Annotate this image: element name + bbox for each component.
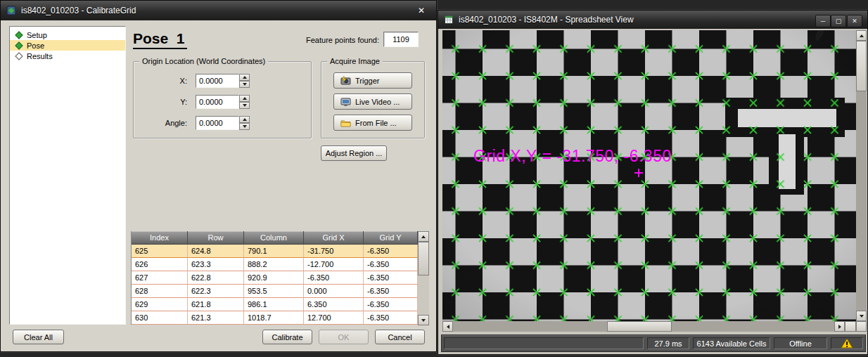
- spin-up-button[interactable]: [239, 95, 250, 102]
- angle-label: Angle:: [136, 119, 187, 127]
- table-row[interactable]: 626 623.3 888.2 -12.700 -6.350: [132, 258, 418, 271]
- column-header: Column: [244, 231, 304, 245]
- y-input[interactable]: [196, 95, 239, 109]
- from-file-button-label: From File ...: [355, 119, 397, 127]
- x-input[interactable]: [196, 74, 239, 88]
- scrollbar-thumb[interactable]: [856, 41, 867, 91]
- available-cells-segment: 6143 Available Cells: [693, 337, 770, 349]
- pose-heading: Pose 1: [133, 30, 187, 49]
- calibrate-button[interactable]: Calibrate: [262, 330, 312, 344]
- acquire-image-group-title: Acquire Image: [327, 57, 383, 66]
- scroll-up-icon[interactable]: [418, 231, 429, 242]
- cell-index: 628: [132, 285, 188, 298]
- cell-row: 622.3: [188, 285, 244, 298]
- status-bar: 27.9 ms 6143 Available Cells Offline: [441, 335, 866, 352]
- scrollbar-thumb[interactable]: [418, 242, 429, 275]
- grid-points-table: Index Row Column Grid X Grid Y 625 624.8…: [131, 231, 418, 325]
- minimize-icon[interactable]: ─: [815, 15, 831, 27]
- clear-all-button[interactable]: Clear All: [13, 330, 64, 344]
- sidebar-item-label: Setup: [27, 31, 47, 39]
- diamond-icon: [15, 41, 23, 49]
- scroll-down-icon[interactable]: [418, 315, 429, 325]
- cell-index: 627: [132, 271, 188, 285]
- sidebar-item-results[interactable]: Results: [10, 51, 125, 61]
- cell-gridx: -31.750: [304, 245, 364, 258]
- cell-row: 624.8: [188, 245, 244, 258]
- resize-grip[interactable]: [856, 321, 867, 332]
- cell-gridy: -6.350: [364, 311, 418, 325]
- cell-column: 790.1: [244, 245, 304, 258]
- cell-index: 629: [132, 298, 188, 311]
- close-icon[interactable]: ✕: [415, 5, 428, 16]
- trigger-button-label: Trigger: [355, 77, 379, 85]
- cell-gridx: -6.350: [304, 271, 364, 285]
- table-row[interactable]: 630 621.3 1018.7 12.700 -6.350: [132, 311, 418, 325]
- desktop: is8402_010203 - CalibrateGrid ✕ Setup Po…: [0, 0, 868, 357]
- sidebar-item-pose[interactable]: Pose: [10, 40, 125, 51]
- column-header: Row: [188, 231, 244, 245]
- diamond-icon: [15, 31, 23, 39]
- scroll-up-icon[interactable]: [856, 30, 867, 41]
- cell-index: 630: [132, 311, 188, 325]
- table-row[interactable]: 625 624.8 790.1 -31.750 -6.350: [132, 245, 418, 258]
- scrollbar-thumb[interactable]: [607, 321, 672, 332]
- spreadsheet-view-titlebar[interactable]: is8402_010203 - IS8402M - Spreadsheet Vi…: [438, 11, 867, 29]
- feature-points-label: Feature points found:: [291, 36, 379, 44]
- table-row[interactable]: 628 622.3 953.5 0.000 -6.350: [132, 285, 418, 298]
- calibrategrid-titlebar[interactable]: is8402_010203 - CalibrateGrid ✕: [1, 1, 436, 20]
- window-title: is8402_010203 - CalibrateGrid: [21, 6, 136, 15]
- trigger-icon: [340, 76, 351, 85]
- window-title: is8402_010203 - IS8402M - Spreadsheet Vi…: [459, 15, 634, 25]
- scroll-down-icon[interactable]: [856, 311, 867, 321]
- spin-down-button[interactable]: [239, 102, 250, 109]
- cell-gridy: -6.350: [364, 285, 418, 298]
- cell-row: 621.3: [188, 311, 244, 325]
- angle-input[interactable]: [196, 116, 239, 130]
- cell-gridy: -6.350: [364, 271, 418, 285]
- table-row[interactable]: 627 622.8 920.9 -6.350 -6.350: [132, 271, 418, 285]
- cell-gridx: 6.350: [304, 298, 364, 311]
- cell-gridx: 12.700: [304, 311, 364, 325]
- cell-column: 953.5: [244, 285, 304, 298]
- calibrategrid-window: is8402_010203 - CalibrateGrid ✕ Setup Po…: [0, 0, 437, 352]
- cancel-button[interactable]: Cancel: [375, 330, 425, 344]
- y-label: Y:: [136, 98, 187, 106]
- scroll-left-icon[interactable]: [442, 321, 453, 332]
- from-file-button[interactable]: From File ...: [333, 115, 412, 131]
- live-video-button[interactable]: Live Video ...: [333, 93, 412, 110]
- cell-gridx: -12.700: [304, 258, 364, 271]
- spin-down-button[interactable]: [239, 123, 250, 130]
- horizontal-scrollbar[interactable]: [442, 321, 845, 332]
- column-header: Grid Y: [364, 231, 418, 245]
- cell-column: 1018.7: [244, 311, 304, 325]
- table-scrollbar[interactable]: [418, 231, 429, 325]
- angle-stepper: [196, 116, 250, 130]
- close-icon[interactable]: ✕: [847, 15, 862, 27]
- adjust-region-button[interactable]: Adjust Region ...: [321, 145, 387, 161]
- connection-status-segment: Offline: [774, 337, 827, 349]
- live-video-icon: [340, 98, 351, 106]
- vertical-scrollbar[interactable]: [856, 30, 867, 321]
- sidebar-item-setup[interactable]: Setup: [10, 30, 125, 40]
- cell-row: 622.8: [188, 271, 244, 285]
- spin-up-button[interactable]: [239, 74, 250, 81]
- spin-up-button[interactable]: [239, 116, 250, 123]
- maximize-icon[interactable]: ▢: [831, 15, 846, 27]
- status-message-segment: [444, 337, 644, 349]
- diamond-icon: [15, 52, 23, 60]
- scrollbar-splitter[interactable]: [845, 321, 856, 332]
- origin-location-group-title: Origin Location (World Coordinates): [139, 57, 268, 66]
- trigger-button[interactable]: Trigger: [333, 72, 412, 89]
- table-row[interactable]: 629 621.8 986.1 6.350 -6.350: [132, 298, 418, 311]
- scroll-right-icon[interactable]: [834, 321, 845, 332]
- cell-gridy: -6.350: [364, 258, 418, 271]
- cell-column: 986.1: [244, 298, 304, 311]
- column-header: Index: [132, 231, 188, 245]
- ok-button: OK: [319, 330, 369, 344]
- cell-row: 621.8: [188, 298, 244, 311]
- cell-index: 625: [132, 245, 188, 258]
- spin-down-button[interactable]: [239, 81, 250, 88]
- x-label: X:: [136, 77, 187, 85]
- cell-index: 626: [132, 258, 188, 271]
- from-file-icon: [340, 119, 351, 127]
